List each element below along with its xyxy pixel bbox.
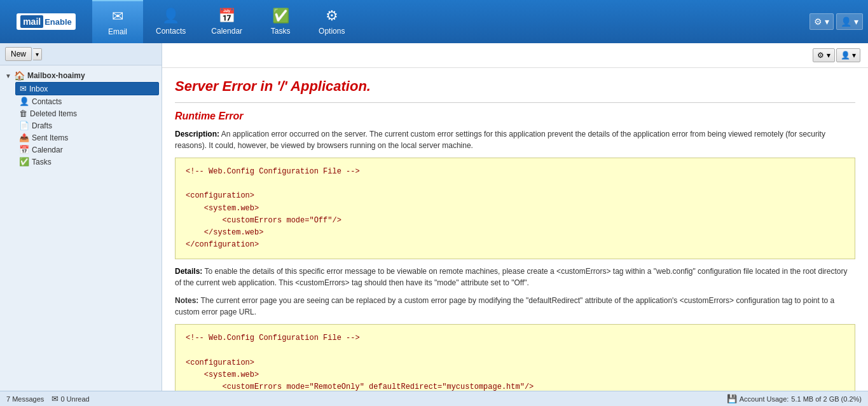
account-usage-value: 5.1 MB of 2 GB (0.2%) — [791, 395, 862, 403]
nav-label-calendar: Calendar — [211, 27, 242, 36]
mailbox-label: Mailbox-hoaimy — [27, 71, 85, 80]
header-user-button[interactable]: 👤 ▾ — [836, 48, 860, 62]
sidebar-item-inbox[interactable]: ✉ Inbox — [15, 82, 159, 95]
sidebar-item-deleted-items[interactable]: 🗑 Deleted Items — [15, 107, 159, 119]
header-settings-button[interactable]: ⚙ ▾ — [813, 48, 834, 62]
sidebar-toolbar: New ▾ — [0, 43, 162, 65]
deleted-icon: 🗑 — [19, 109, 27, 118]
account-usage-label: Account Usage: — [740, 395, 789, 403]
content-header: ⚙ ▾ 👤 ▾ — [162, 43, 868, 68]
nav-label-options: Options — [319, 27, 345, 36]
tasks-nav-icon: ✅ — [272, 8, 289, 24]
email-nav-icon: ✉ — [112, 8, 123, 25]
new-button[interactable]: New — [5, 47, 32, 61]
notes-section: Notes: The current error page you are se… — [175, 295, 855, 318]
logo-box: mail Enable — [17, 13, 76, 30]
new-dropdown-button[interactable]: ▾ — [33, 48, 42, 60]
sidebar-tree: ▼ 🏠 Mailbox-hoaimy ✉ Inbox 👤 Contacts 🗑 … — [0, 65, 162, 391]
inbox-label: Inbox — [29, 85, 48, 93]
sidebar-item-drafts[interactable]: 📄 Drafts — [15, 119, 159, 132]
contacts-nav-icon: 👤 — [162, 8, 179, 24]
status-bar: 7 Messages ✉ 0 Unread 💾 Account Usage: 5… — [0, 391, 868, 406]
nav-item-email[interactable]: ✉ Email — [92, 0, 143, 43]
nav-actions: ⚙ ▾ 👤 ▾ — [809, 0, 868, 43]
error-title: Server Error in '/' Application. — [175, 78, 855, 95]
storage-icon: 💾 — [727, 394, 737, 403]
status-right: 💾 Account Usage: 5.1 MB of 2 GB (0.2%) — [727, 394, 862, 403]
new-button-label: New — [11, 50, 26, 58]
tasks-icon: ✅ — [19, 157, 29, 166]
sidebar-item-contacts[interactable]: 👤 Contacts — [15, 95, 159, 107]
sidebar-item-calendar[interactable]: 📅 Calendar — [15, 144, 159, 156]
sent-label: Sent Items — [32, 133, 68, 142]
details-text: To enable the details of this specific e… — [175, 267, 848, 287]
content-area: ⚙ ▾ 👤 ▾ Server Error in '/' Application.… — [162, 43, 868, 391]
divider-1 — [175, 102, 855, 103]
mailbox-root[interactable]: ▼ 🏠 Mailbox-hoaimy — [3, 69, 159, 82]
messages-count: 7 Messages — [6, 395, 44, 403]
sidebar-item-tasks[interactable]: ✅ Tasks — [15, 156, 159, 168]
user-menu-button[interactable]: 👤 ▾ — [836, 13, 863, 30]
cal-label: Calendar — [32, 145, 63, 154]
nav-item-calendar[interactable]: 📅 Calendar — [198, 0, 255, 43]
main-area: New ▾ ▼ 🏠 Mailbox-hoaimy ✉ Inbox 👤 Conta… — [0, 43, 868, 391]
nav-label-tasks: Tasks — [271, 27, 291, 36]
unread-count: ✉ 0 Unread — [52, 394, 89, 403]
code-block-2: <!-- Web.Config Configuration File --> <… — [175, 324, 855, 391]
description-label: Description: — [175, 130, 219, 139]
drafts-label: Drafts — [32, 121, 52, 130]
envelope-icon: ✉ — [52, 394, 59, 403]
drafts-icon: 📄 — [19, 121, 29, 130]
nav-label-email: Email — [108, 27, 127, 36]
settings-button[interactable]: ⚙ ▾ — [809, 13, 834, 30]
description-text: An application error occurred on the ser… — [175, 130, 825, 150]
error-container: Server Error in '/' Application. Runtime… — [162, 68, 868, 391]
status-left: 7 Messages ✉ 0 Unread — [6, 394, 90, 403]
nav-items: ✉ Email 👤 Contacts 📅 Calendar ✅ Tasks ⚙ … — [92, 0, 357, 43]
cal-icon: 📅 — [19, 145, 29, 154]
details-section: Details: To enable the details of this s… — [175, 266, 855, 288]
logo-mail: mail — [20, 15, 43, 28]
nav-item-options[interactable]: ⚙ Options — [306, 0, 357, 43]
nav-item-tasks[interactable]: ✅ Tasks — [255, 0, 306, 43]
sent-icon: 📤 — [19, 133, 29, 142]
deleted-label: Deleted Items — [30, 109, 77, 118]
notes-label: Notes: — [175, 296, 198, 305]
options-nav-icon: ⚙ — [326, 8, 338, 24]
sidebar: New ▾ ▼ 🏠 Mailbox-hoaimy ✉ Inbox 👤 Conta… — [0, 43, 162, 391]
logo-area: mail Enable — [0, 0, 92, 43]
details-label: Details: — [175, 267, 202, 276]
calendar-nav-icon: 📅 — [218, 8, 235, 24]
expand-icon: ▼ — [5, 72, 11, 79]
code-block-1: <!-- Web.Config Configuration File --> <… — [175, 158, 855, 259]
tasks-label: Tasks — [32, 158, 52, 166]
nav-label-contacts: Contacts — [156, 27, 186, 36]
error-subtitle: Runtime Error — [175, 111, 855, 122]
logo-enable: Enable — [45, 17, 72, 27]
description-section: Description: An application error occurr… — [175, 128, 855, 151]
content-header-actions: ⚙ ▾ 👤 ▾ — [813, 48, 860, 62]
nav-item-contacts[interactable]: 👤 Contacts — [143, 0, 198, 43]
sidebar-item-sent-items[interactable]: 📤 Sent Items — [15, 132, 159, 144]
notes-text: The current error page you are seeing ca… — [175, 296, 834, 316]
new-dropdown-icon: ▾ — [36, 51, 39, 58]
inbox-icon: ✉ — [20, 84, 27, 93]
home-icon: 🏠 — [14, 71, 25, 81]
top-navigation: mail Enable ✉ Email 👤 Contacts 📅 Calenda… — [0, 0, 868, 43]
tree-children: ✉ Inbox 👤 Contacts 🗑 Deleted Items 📄 Dra… — [3, 82, 159, 168]
contacts-label: Contacts — [32, 97, 62, 106]
contacts-icon: 👤 — [19, 97, 29, 106]
